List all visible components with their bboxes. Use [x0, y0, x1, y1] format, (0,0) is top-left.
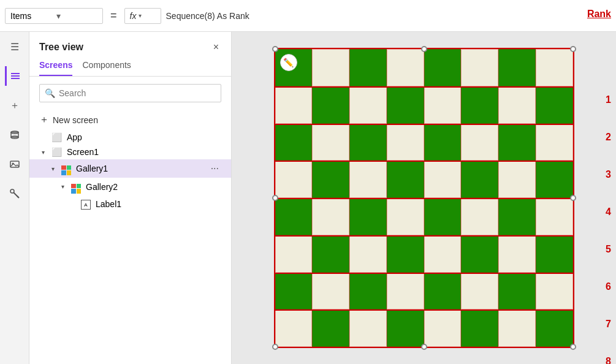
cell [312, 198, 349, 235]
tree-item-label1[interactable]: A Label1 [29, 196, 231, 213]
gallery2-chevron-icon: ▾ [61, 183, 69, 190]
handle-top-center[interactable] [421, 46, 427, 52]
svg-rect-0 [11, 73, 20, 74]
cell [312, 49, 349, 86]
tab-screens[interactable]: Screens [39, 60, 72, 76]
rank-num-3: 3 [606, 156, 611, 193]
formula-bar[interactable]: Sequence(8) As Rank [166, 11, 611, 21]
gallery1-chevron-icon: ▾ [51, 165, 59, 172]
svg-rect-6 [10, 161, 19, 167]
screen1-icon: ⬜ [51, 147, 62, 157]
cell [424, 124, 462, 161]
cell [461, 273, 498, 310]
cell [536, 161, 573, 198]
handle-bottom-right[interactable] [570, 344, 576, 350]
rank-num-5: 5 [606, 230, 611, 268]
cell [461, 86, 498, 124]
cell [312, 86, 349, 124]
cell [387, 49, 424, 86]
layers-icon[interactable] [5, 66, 25, 86]
search-input[interactable] [59, 88, 216, 98]
tab-components[interactable]: Components [82, 60, 131, 76]
rank-numbers: 1 2 3 4 5 6 7 8 [606, 81, 611, 364]
handle-top-left[interactable] [272, 46, 278, 52]
gallery2-label: Gallery2 [86, 182, 221, 192]
cell [424, 309, 462, 347]
wrench-icon[interactable] [5, 184, 25, 203]
cell [349, 124, 387, 161]
new-screen-button[interactable]: ＋ New screen [29, 110, 231, 130]
cell [536, 273, 573, 310]
row-divider-6 [275, 273, 573, 274]
gallery2-icon [71, 180, 81, 194]
rank-num-2: 2 [606, 118, 611, 156]
rank-num-8: 8 [606, 343, 611, 364]
handle-mid-right[interactable] [570, 195, 576, 201]
row-divider-3 [275, 161, 573, 162]
cell [461, 161, 498, 198]
cell [275, 161, 313, 198]
cell [461, 198, 498, 235]
gallery1-more-button[interactable]: ··· [208, 162, 221, 175]
cell [275, 198, 313, 235]
screen1-chevron-icon: ▾ [42, 149, 49, 156]
cell [349, 273, 387, 310]
row-divider-5 [275, 235, 573, 237]
row-divider-7 [275, 309, 573, 311]
cell [312, 273, 349, 310]
cell [461, 124, 498, 161]
row-divider-4 [275, 198, 573, 199]
cell [387, 273, 424, 310]
cell [387, 309, 424, 347]
handle-bottom-center[interactable] [421, 344, 427, 350]
close-button[interactable]: × [211, 39, 221, 55]
rank-num-7: 7 [606, 305, 611, 343]
search-box: 🔍 [39, 84, 221, 102]
cell [349, 161, 387, 198]
tree-item-gallery1[interactable]: ▾ Gallery1 ··· [29, 159, 231, 178]
media-icon[interactable] [5, 154, 25, 174]
search-icon: 🔍 [45, 88, 55, 98]
checkerboard-container[interactable]: ✏️ [274, 48, 574, 348]
label1-label: Label1 [96, 199, 221, 209]
hamburger-menu-icon[interactable]: ☰ [5, 37, 25, 56]
handle-mid-left[interactable] [272, 195, 278, 201]
chevron-down-icon: ▾ [56, 11, 97, 21]
cell [387, 161, 424, 198]
handle-bottom-left[interactable] [272, 344, 278, 350]
cell [536, 198, 573, 235]
app-label: App [67, 132, 221, 142]
plus-icon[interactable]: ＋ [5, 96, 25, 115]
items-label: Items [10, 11, 51, 21]
edit-icon[interactable]: ✏️ [280, 54, 297, 71]
rank-num-6: 6 [606, 268, 611, 305]
tree-item-screen1[interactable]: ▾ ⬜ Screen1 [29, 145, 231, 159]
tree-item-app[interactable]: ⬜ App [29, 130, 231, 145]
cylinder-icon[interactable] [5, 125, 25, 145]
tree-item-gallery2[interactable]: ▾ Gallery2 [29, 178, 231, 196]
cell [312, 309, 349, 347]
app-icon: ⬜ [51, 132, 62, 142]
cell [498, 86, 536, 124]
cell [424, 198, 462, 235]
gallery1-label: Gallery1 [76, 164, 206, 173]
handle-top-right[interactable] [570, 46, 576, 52]
cell [536, 49, 573, 86]
cell [536, 309, 573, 347]
cell [498, 161, 536, 198]
new-screen-label: New screen [53, 115, 98, 125]
cell [498, 273, 536, 310]
tree-view-title: Tree view [39, 42, 83, 53]
cell [536, 86, 573, 124]
fx-box[interactable]: fx ▾ [124, 8, 161, 24]
svg-rect-1 [11, 75, 20, 77]
cell [498, 198, 536, 235]
items-dropdown[interactable]: Items ▾ [5, 8, 103, 24]
svg-line-10 [17, 196, 19, 198]
row-divider-1 [275, 86, 573, 88]
fx-label: fx [130, 11, 137, 21]
cell [498, 309, 536, 347]
cell [275, 86, 313, 124]
cell [424, 273, 462, 310]
gallery1-icon [61, 162, 71, 175]
